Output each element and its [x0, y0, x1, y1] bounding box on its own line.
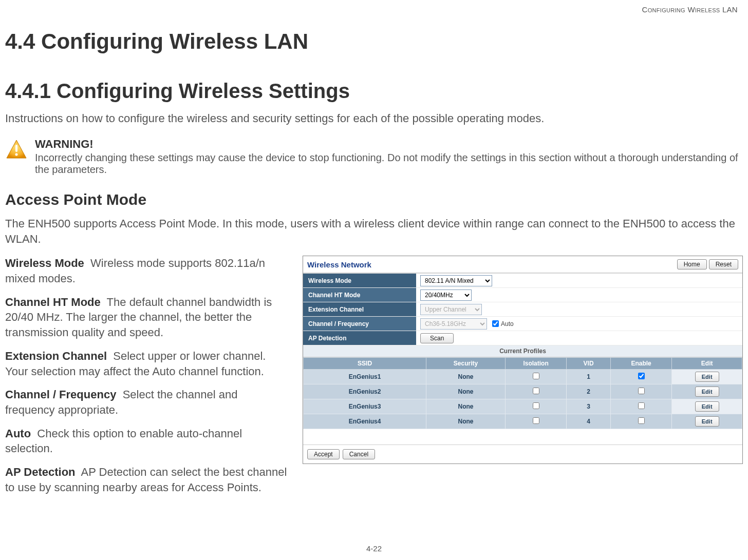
profiles-table: SSID Security Isolation VID Enable Edit … — [303, 357, 742, 429]
edit-button[interactable]: Edit — [695, 401, 719, 412]
table-row: EnGenius1None1Edit — [304, 370, 742, 384]
cell-vid: 3 — [567, 399, 610, 414]
row-label-channel-ht-mode: Channel HT Mode — [303, 288, 416, 302]
row-label-extension-channel: Extension Channel — [303, 302, 416, 316]
def-body: Check this option to enable auto-channel… — [5, 427, 242, 455]
def-term: Wireless Mode — [5, 257, 84, 269]
extension-channel-select[interactable]: Upper Channel — [420, 304, 482, 315]
cell-enable — [610, 370, 672, 384]
cell-vid: 4 — [567, 414, 610, 429]
auto-channel-label: Auto — [501, 320, 514, 327]
def-term: Extension Channel — [5, 350, 107, 362]
channel-frequency-select[interactable]: Ch36-5.18GHz — [420, 318, 487, 330]
edit-button[interactable]: Edit — [695, 416, 719, 427]
definitions-column: Wireless Mode Wireless mode supports 802… — [5, 256, 290, 503]
cell-vid: 2 — [567, 384, 610, 399]
channel-ht-mode-select[interactable]: 20/40MHz — [420, 289, 472, 301]
warning-title: WARNING! — [35, 138, 743, 151]
warning-body: Incorrectly changing these settings may … — [35, 152, 743, 176]
intro-paragraph: Instructions on how to configure the wir… — [5, 112, 743, 125]
auto-channel-checkbox[interactable] — [492, 320, 499, 327]
definition-item: Channel / Frequency Select the channel a… — [5, 387, 290, 417]
edit-button[interactable]: Edit — [695, 372, 719, 382]
cell-isolation — [505, 414, 567, 429]
cell-ssid: EnGenius1 — [304, 370, 426, 384]
warning-callout: WARNING! Incorrectly changing these sett… — [5, 138, 743, 176]
cell-vid: 1 — [567, 370, 610, 384]
cancel-button[interactable]: Cancel — [343, 449, 375, 459]
table-row: EnGenius4None4Edit — [304, 414, 742, 429]
cell-security: None — [426, 370, 506, 384]
wireless-network-panel: Wireless Network Home Reset Wireless Mod… — [303, 256, 743, 464]
page-number: 4-22 — [5, 544, 743, 553]
col-ssid: SSID — [304, 358, 426, 370]
cell-isolation — [505, 384, 567, 399]
col-security: Security — [426, 358, 506, 370]
heading-1: 4.4 Configuring Wireless LAN — [5, 29, 743, 54]
col-enable: Enable — [610, 358, 672, 370]
cell-isolation — [505, 370, 567, 384]
accept-button[interactable]: Accept — [307, 449, 340, 459]
home-button[interactable]: Home — [677, 259, 707, 269]
isolation-checkbox[interactable] — [533, 388, 539, 394]
svg-rect-1 — [15, 145, 17, 152]
def-term: Channel HT Mode — [5, 296, 101, 308]
isolation-checkbox[interactable] — [533, 417, 539, 424]
cell-security: None — [426, 414, 506, 429]
row-label-channel-frequency: Channel / Frequency — [303, 317, 416, 331]
cell-ssid: EnGenius2 — [304, 384, 426, 399]
cell-edit: Edit — [672, 370, 742, 384]
edit-button[interactable]: Edit — [695, 387, 719, 397]
table-row: EnGenius3None3Edit — [304, 399, 742, 414]
definition-item: Wireless Mode Wireless mode supports 802… — [5, 256, 290, 286]
enable-checkbox[interactable] — [638, 388, 645, 394]
table-row: EnGenius2None2Edit — [304, 384, 742, 399]
cell-ssid: EnGenius4 — [304, 414, 426, 429]
heading-2: 4.4.1 Configuring Wireless Settings — [5, 80, 743, 103]
cell-edit: Edit — [672, 384, 742, 399]
running-header: Configuring Wireless LAN — [5, 5, 743, 14]
svg-point-2 — [15, 153, 18, 156]
panel-title: Wireless Network — [307, 260, 371, 269]
enable-checkbox[interactable] — [638, 402, 645, 409]
col-edit: Edit — [672, 358, 742, 370]
definition-item: Auto Check this option to enable auto-ch… — [5, 426, 290, 456]
cell-security: None — [426, 399, 506, 414]
wireless-mode-select[interactable]: 802.11 A/N Mixed — [420, 275, 492, 286]
ap-mode-intro: The ENH500 supports Access Point Mode. I… — [5, 216, 743, 246]
cell-enable — [610, 399, 672, 414]
definition-item: Channel HT Mode The default channel band… — [5, 295, 290, 340]
warning-icon — [5, 139, 28, 161]
definition-item: Extension Channel Select upper or lower … — [5, 349, 290, 379]
cell-security: None — [426, 384, 506, 399]
definition-item: AP Detection AP Detection can select the… — [5, 465, 290, 495]
row-label-wireless-mode: Wireless Mode — [303, 274, 416, 287]
def-term: AP Detection — [5, 466, 76, 478]
cell-enable — [610, 384, 672, 399]
def-term: Channel / Frequency — [5, 388, 116, 401]
enable-checkbox[interactable] — [638, 417, 645, 424]
current-profiles-header: Current Profiles — [303, 345, 742, 357]
heading-3: Access Point Mode — [5, 191, 743, 208]
col-isolation: Isolation — [505, 358, 567, 370]
cell-ssid: EnGenius3 — [304, 399, 426, 414]
cell-isolation — [505, 399, 567, 414]
isolation-checkbox[interactable] — [533, 373, 539, 379]
cell-edit: Edit — [672, 414, 742, 429]
auto-channel-check[interactable]: Auto — [492, 320, 514, 327]
scan-button[interactable]: Scan — [420, 333, 454, 343]
cell-enable — [610, 414, 672, 429]
row-label-ap-detection: AP Detection — [303, 331, 416, 345]
cell-edit: Edit — [672, 399, 742, 414]
isolation-checkbox[interactable] — [533, 402, 539, 409]
reset-button[interactable]: Reset — [709, 259, 738, 269]
def-term: Auto — [5, 427, 31, 440]
enable-checkbox[interactable] — [638, 373, 645, 379]
col-vid: VID — [567, 358, 610, 370]
